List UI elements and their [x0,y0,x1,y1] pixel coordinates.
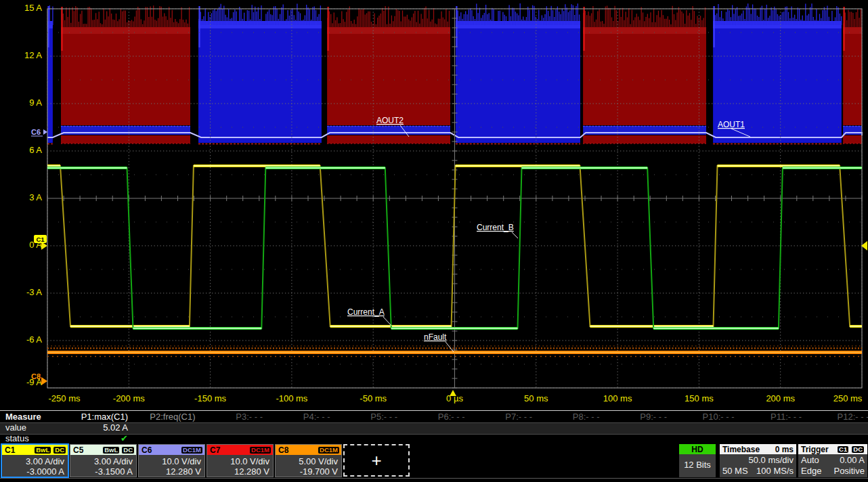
trigger-slope: Positive [833,466,865,477]
svg-text:Current_B: Current_B [477,223,514,232]
value-row-label: value [5,422,26,433]
timebase-sample-rate: 100 MS/s [756,466,794,477]
channel-descriptor-row: C1BwLDC3.00 A/div-3.0000 AC5BwLDC3.00 A/… [1,444,410,477]
annotation-current_b: Current_B [477,223,518,238]
y-axis-label: 6 A [29,145,42,155]
x-axis-label: 50 ms [524,393,548,403]
measure-param-p8[interactable]: P8:- - - [536,412,600,422]
channel-c8-offset: -19.700 V [277,466,338,477]
x-axis-label: 200 ms [766,393,795,403]
waveform-display[interactable]: 15 A12 A9 A6 A3 A0 A-3 A-6 A-9 A-250 ms-… [0,0,868,406]
measure-param-p9[interactable]: P9:- - - [603,412,667,422]
x-axis-label: -150 ms [194,393,226,403]
hd-bits: 12 Bits [684,460,711,470]
timebase-scale: 50.0 ms/div [722,455,794,466]
x-axis-label: -50 ms [360,393,387,403]
y-axis-label: 15 A [24,3,42,13]
measure-param-p1[interactable]: P1:max(C1) [64,412,128,422]
aout2-pwm-block [61,30,190,125]
channel-c8-scale: 5.00 V/div [277,456,338,466]
measure-value-p1: 5.02 A [64,422,128,433]
channel-box-c7[interactable]: C7DC1M10.0 V/div12.280 V [207,444,274,477]
c6-marker[interactable]: C6 [31,128,47,136]
y-axis-label: -3 A [26,287,42,297]
timebase-offset: 0 ms [775,445,794,454]
timebase-samples: 50 MS [722,466,748,477]
hd-acquisition-box[interactable]: HD 12 Bits [679,444,716,477]
measure-param-p6[interactable]: P6:- - - [402,412,465,422]
trigger-mode: Auto [801,455,819,466]
trigger-label: Trigger [801,445,829,454]
measure-status-icon-p1: ✔ [64,433,128,444]
channel-c7-offset: 12.280 V [209,466,269,477]
channel-c5-scale: 3.00 A/div [72,456,133,466]
svg-text:nFault: nFault [424,332,447,342]
aout1-pwm-block [198,24,322,143]
channel-c1-offset: -3.0000 A [3,466,64,477]
hd-label: HD [691,445,703,454]
measure-param-p7[interactable]: P7:- - - [469,412,532,422]
measure-param-p2[interactable]: P2:freq(C1) [132,412,196,422]
aout1-pwm-block [456,24,580,143]
measure-param-p11[interactable]: P11:- - - [738,412,802,422]
timebase-box[interactable]: Timebase 0 ms 50.0 ms/div 50 MS 100 MS/s [720,444,796,477]
measure-title: Measure [5,412,41,422]
y-axis-label: -6 A [26,334,42,345]
channel-c1-name: C1 [5,445,15,455]
channel-c1-badge-dc: DC [53,446,66,454]
trigger-level: 0.00 A [840,455,865,466]
trigger-box[interactable]: Trigger C1 DC Auto 0.00 A Edge Positive [798,444,867,477]
svg-text:AOUT2: AOUT2 [376,116,404,125]
svg-text:AOUT1: AOUT1 [718,120,745,129]
x-axis-label: -250 ms [49,393,81,403]
channel-c5-offset: -3.1500 A [72,466,133,477]
x-axis-label: 250 ms [833,393,863,403]
channel-box-c1[interactable]: C1BwLDC3.00 A/div-3.0000 A [1,443,69,478]
timebase-label: Timebase [722,445,760,454]
add-channel-button[interactable]: + [343,444,410,477]
x-axis-label: 150 ms [685,393,714,403]
channel-box-c6[interactable]: C6DC1M10.0 V/div12.280 V [138,444,205,477]
aout2-pwm-block [843,30,862,125]
svg-text:C6: C6 [31,128,41,136]
channel-c6-name: C6 [142,445,152,455]
channel-box-c5[interactable]: C5BwLDC3.00 A/div-3.1500 A [70,444,137,477]
measure-param-p3[interactable]: P3:- - - [199,412,263,422]
measure-param-p5[interactable]: P5:- - - [334,412,397,422]
channel-c6-scale: 10.0 V/div [140,456,201,466]
channel-c5-badge-dc: DC [121,446,135,454]
channel-c8-badge-dc1m: DC1M [318,446,340,454]
measure-param-p4[interactable]: P4:- - - [267,412,330,422]
status-row-label: status [5,433,29,444]
channel-c7-name: C7 [210,445,220,455]
value-row-background [0,422,868,435]
annotation-current_a: Current_A [347,307,391,326]
trigger-source-badge: C1 [837,445,849,454]
channel-c6-badge-dc1m: DC1M [181,446,203,454]
x-axis-label: -200 ms [113,393,145,403]
y-axis-label: 9 A [29,97,42,108]
channel-c6-offset: 12.280 V [140,466,201,477]
y-axis-label: 3 A [29,192,42,202]
channel-c7-badge-dc1m: DC1M [249,446,272,454]
oscilloscope-screen: 15 A12 A9 A6 A3 A0 A-3 A-6 A-9 A-250 ms-… [0,0,868,482]
brand-footer: TELEDYNE LECROY [0,478,868,482]
channel-box-c8[interactable]: C8DC1M5.00 V/div-19.700 V [275,444,342,477]
x-axis-label: 100 ms [603,393,632,403]
y-axis-label: 12 A [24,50,42,60]
channel-c7-scale: 10.0 V/div [209,456,269,466]
svg-text:C1: C1 [36,236,45,243]
x-axis-label: -100 ms [276,393,307,403]
aout2-pwm-block [327,30,450,125]
measure-param-p10[interactable]: P10:- - - [671,412,735,422]
measure-separator [0,410,868,411]
channel-c1-scale: 3.00 A/div [3,456,64,466]
channel-c5-name: C5 [73,445,83,455]
channel-c1-badge-bwl: BwL [34,446,51,454]
svg-text:Current_A: Current_A [347,307,385,317]
svg-text:C8: C8 [31,372,41,380]
measure-param-p12[interactable]: P12:- - - [806,412,868,422]
trigger-coupling-badge: DC [851,445,865,454]
channel-c8-name: C8 [278,445,288,455]
trigger-type: Edge [801,466,821,477]
